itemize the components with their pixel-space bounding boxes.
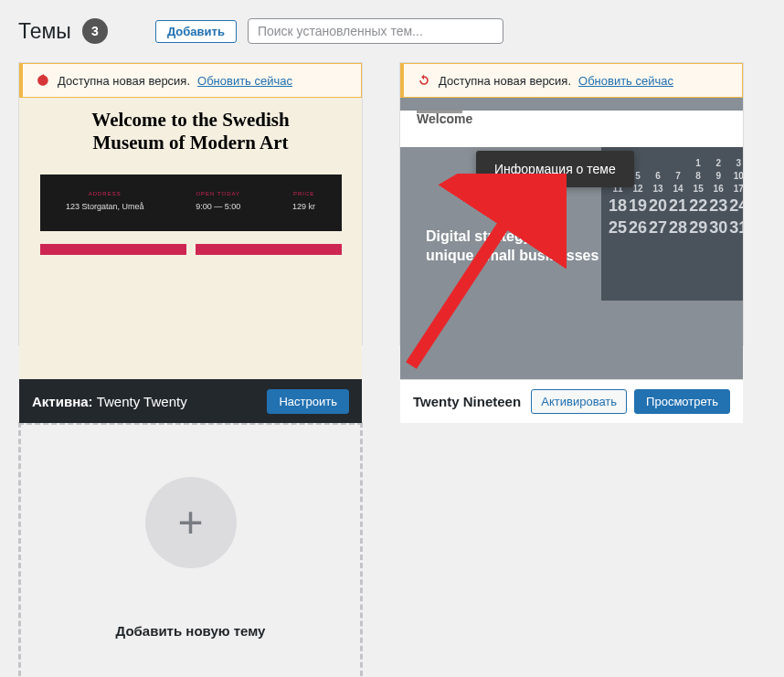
theme-card-twenty-twenty[interactable]: Доступна новая версия. Обновить сейчас W… xyxy=(18,62,363,345)
theme-preview: Welcome to the Swedish Museum of Modern … xyxy=(19,98,362,379)
update-icon xyxy=(417,73,431,88)
update-notice: Доступна новая версия. Обновить сейчас xyxy=(19,63,362,98)
update-text: Доступна новая версия. xyxy=(58,74,190,88)
preview-tagline: Digital strategy for unique small busine… xyxy=(426,227,599,266)
search-input[interactable] xyxy=(248,18,503,44)
theme-info-tooltip[interactable]: Информация о теме xyxy=(476,151,634,187)
plus-icon: + xyxy=(177,501,203,545)
theme-footer: Активна: Twenty Twenty Настроить xyxy=(19,379,362,423)
add-new-theme-card[interactable]: + Добавить новую тему xyxy=(18,422,363,677)
add-theme-label: Добавить новую тему xyxy=(116,623,266,639)
themes-grid: Доступна новая версия. Обновить сейчас W… xyxy=(18,62,766,677)
preview-info-bar: ADDRESS 123 Storgatan, Umeå OPEN TODAY 9… xyxy=(40,175,342,231)
activate-button[interactable]: Активировать xyxy=(531,389,627,414)
live-preview-button[interactable]: Просмотреть xyxy=(634,389,730,414)
preview-title: Welcome to the Swedish Museum of Modern … xyxy=(91,109,289,154)
plus-circle: + xyxy=(145,477,237,568)
theme-name: Twenty Nineteen xyxy=(413,394,521,409)
theme-actions: Активировать Просмотреть xyxy=(531,389,730,414)
page-title: Темы xyxy=(18,19,71,44)
update-text: Доступна новая версия. xyxy=(439,74,571,88)
update-icon xyxy=(36,73,50,88)
add-theme-button[interactable]: Добавить xyxy=(155,20,237,43)
theme-count-badge: 3 xyxy=(82,18,108,44)
theme-footer: Twenty Nineteen Активировать Просмотреть xyxy=(400,379,743,423)
theme-preview: Welcome Digital strategy for unique smal… xyxy=(400,98,743,379)
customize-button[interactable]: Настроить xyxy=(267,389,349,414)
preview-blocks xyxy=(40,244,342,255)
update-link[interactable]: Обновить сейчас xyxy=(578,74,673,88)
theme-card-twenty-nineteen[interactable]: Доступна новая версия. Обновить сейчас W… xyxy=(399,62,744,345)
update-notice: Доступна новая версия. Обновить сейчас xyxy=(400,63,743,98)
theme-name: Активна: Twenty Twenty xyxy=(32,394,187,409)
update-link[interactable]: Обновить сейчас xyxy=(197,74,292,88)
preview-header: Welcome xyxy=(400,111,743,147)
page-header: Темы 3 Добавить xyxy=(18,18,766,44)
